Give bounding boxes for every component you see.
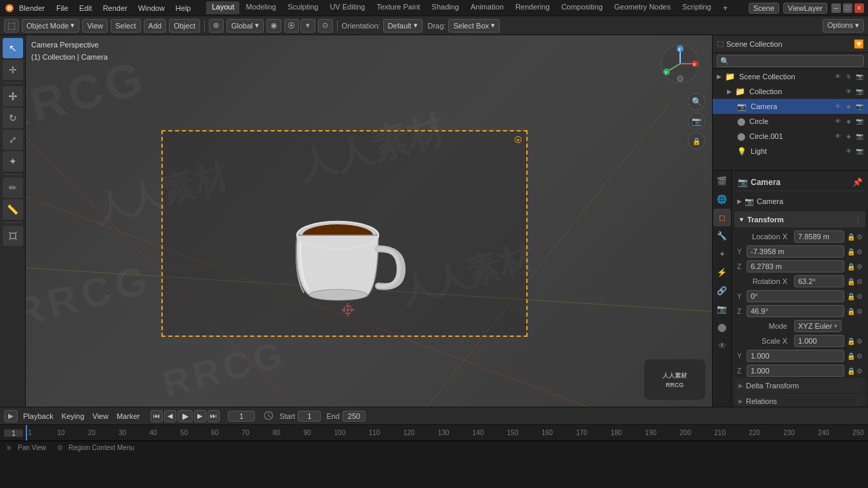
current-frame-field[interactable]: 1 <box>228 411 255 422</box>
scene-dropdown[interactable]: Scene <box>749 3 779 14</box>
relations-section[interactable]: ▶ Relations ⋮ <box>734 394 865 407</box>
outliner-search-input[interactable] <box>717 55 864 67</box>
tool-add-cube[interactable] <box>3 226 23 246</box>
outliner-item-camera[interactable]: 📷 Camera 👁 ◈ 📷 <box>713 99 868 114</box>
prop-tab-world[interactable]: 🌐 <box>713 190 731 208</box>
lock-z-icon[interactable]: 🔒 <box>847 263 855 270</box>
start-frame-field[interactable]: 1 <box>298 411 321 422</box>
c001-render-icon[interactable]: 📷 <box>854 131 864 141</box>
tool-cursor[interactable]: ✛ <box>3 60 23 80</box>
scale-x-field[interactable]: 1.000 <box>794 335 844 347</box>
outliner-item-circle001[interactable]: ⬤ Circle.001 👁 ◈ 📷 <box>713 129 868 144</box>
pin-icon[interactable]: 📌 <box>852 178 863 187</box>
driver-z-icon[interactable]: ⚙ <box>856 263 863 270</box>
coll-render-icon[interactable]: 📷 <box>854 87 864 96</box>
proportional-edit-btn[interactable]: ⊙ <box>318 19 333 33</box>
scale-z-field[interactable]: 1.000 <box>747 365 844 377</box>
c001-select-icon[interactable]: ◈ <box>844 131 853 141</box>
object-mode-dropdown[interactable]: Object Mode▾ <box>22 19 79 33</box>
prop-tab-visibility[interactable]: 👁 <box>713 337 731 354</box>
prop-tab-particles[interactable]: ✦ <box>713 245 731 263</box>
scale-lock-z[interactable]: 🔒 <box>847 367 855 375</box>
tool-rotate[interactable]: ↻ <box>3 108 23 128</box>
rot-lock-z[interactable]: 🔒 <box>847 308 855 315</box>
rot-driver-x[interactable]: ⚙ <box>856 278 863 285</box>
prop-tab-scene[interactable]: 🎬 <box>713 172 731 190</box>
prop-tab-material[interactable]: ⬤ <box>713 319 731 336</box>
play-btn[interactable]: ▶ <box>178 410 193 422</box>
menu-window[interactable]: Window <box>134 3 170 14</box>
tool-scale[interactable]: ⤢ <box>3 129 23 150</box>
object-menu[interactable]: Object <box>169 19 200 33</box>
camera-view-btn[interactable]: 📷 <box>688 113 705 130</box>
tool-measure[interactable]: 📏 <box>3 199 23 220</box>
c001-view-icon[interactable]: 👁 <box>833 131 842 141</box>
coll-view-icon[interactable]: 👁 <box>844 87 853 96</box>
cam-render-icon[interactable]: 📷 <box>854 102 864 111</box>
prop-tab-object[interactable]: ◻ <box>713 209 731 226</box>
tab-uv[interactable]: UV Editing <box>324 1 370 14</box>
keying-label[interactable]: Keying <box>59 412 87 420</box>
view-layer-dropdown[interactable]: ViewLayer <box>783 3 827 14</box>
cam-view-icon[interactable]: 👁 <box>833 102 842 111</box>
menu-edit[interactable]: Edit <box>75 3 97 14</box>
driver-x-icon[interactable]: ⚙ <box>856 233 863 241</box>
rot-lock-x[interactable]: 🔒 <box>847 278 855 285</box>
transform-orientations-icon[interactable]: ⊕ <box>209 19 224 33</box>
scale-driver-z[interactable]: ⚙ <box>856 367 863 375</box>
driver-y-icon[interactable]: ⚙ <box>856 248 863 256</box>
prev-frame-btn[interactable]: ◀ <box>164 410 176 422</box>
rotation-x-field[interactable]: 63.2° <box>794 275 844 287</box>
marker-label[interactable]: Marker <box>114 412 142 420</box>
view-label[interactable]: View <box>90 412 111 420</box>
options-btn[interactable]: Options ▾ <box>823 19 864 33</box>
delta-transform-section[interactable]: ▶ Delta Transform ⋮ <box>734 378 865 393</box>
circle-select-icon[interactable]: ◈ <box>844 117 853 126</box>
scale-driver-y[interactable]: ⚙ <box>856 352 863 360</box>
location-x-field[interactable]: 7.8589 m <box>794 230 844 243</box>
restrict-select-icon[interactable]: 🖱 <box>844 72 853 81</box>
rotation-z-field[interactable]: 46.9° <box>747 305 844 317</box>
rotation-y-field[interactable]: 0° <box>747 290 844 302</box>
outliner-item-scene-collection[interactable]: ▶ 📁 Scene Collection 👁 🖱 📷 <box>713 69 868 84</box>
prop-tab-modifier[interactable]: 🔧 <box>713 227 731 245</box>
menu-file[interactable]: File <box>52 3 73 14</box>
tab-texture[interactable]: Texture Paint <box>371 1 425 14</box>
orientation-dropdown[interactable]: Global▾ <box>226 19 264 33</box>
prop-tab-objectdata[interactable]: 📷 <box>713 300 731 318</box>
lock-x-icon[interactable]: 🔒 <box>847 233 855 241</box>
scale-lock-x[interactable]: 🔒 <box>847 338 855 345</box>
scale-y-field[interactable]: 1.000 <box>747 350 844 362</box>
outliner-filter-icon[interactable]: 🔽 <box>854 39 864 49</box>
end-frame-field[interactable]: 250 <box>342 411 366 422</box>
rotation-mode-dropdown[interactable]: XYZ Euler ▾ <box>794 320 842 332</box>
tab-geometry[interactable]: Geometry Nodes <box>609 1 676 14</box>
add-menu[interactable]: Add <box>144 19 167 33</box>
location-y-field[interactable]: -7.3958 m <box>747 245 844 258</box>
jump-start-btn[interactable]: ⏮ <box>151 410 163 422</box>
add-workspace-btn[interactable]: + <box>717 1 734 14</box>
lock-y-icon[interactable]: 🔒 <box>847 248 855 256</box>
outliner-item-light[interactable]: 💡 Light 👁 📷 <box>713 144 868 159</box>
tab-modeling[interactable]: Modeling <box>240 1 281 14</box>
prop-tab-constraint[interactable]: 🔗 <box>713 282 731 300</box>
snap-magnet-btn[interactable]: ⦿ <box>284 19 299 33</box>
tab-scripting[interactable]: Scripting <box>677 1 717 14</box>
tab-layout[interactable]: Layout <box>206 1 239 14</box>
location-z-field[interactable]: 6.2783 m <box>747 260 844 272</box>
tab-rendering[interactable]: Rendering <box>510 1 555 14</box>
timeline-editor-type[interactable]: ▶ <box>4 410 18 422</box>
snap-type-btn[interactable]: ▾ <box>300 19 315 33</box>
close-btn[interactable]: ✕ <box>854 3 864 13</box>
orientation-default-dropdown[interactable]: Default▾ <box>383 19 422 33</box>
playback-label[interactable]: Playback <box>20 412 56 420</box>
lock-camera-btn[interactable]: 🔒 <box>688 132 705 150</box>
menu-help[interactable]: Help <box>171 3 196 14</box>
viewport[interactable]: RRCG 人人素材 RRCG 人人素材 RRCG 人人素材 <box>26 35 712 407</box>
tool-select[interactable]: ↖ <box>3 38 23 58</box>
jump-end-btn[interactable]: ⏭ <box>208 410 220 422</box>
rot-driver-z[interactable]: ⚙ <box>856 308 863 315</box>
menu-render[interactable]: Render <box>98 3 132 14</box>
tab-shading[interactable]: Shading <box>427 1 465 14</box>
next-frame-btn[interactable]: ▶ <box>194 410 206 422</box>
